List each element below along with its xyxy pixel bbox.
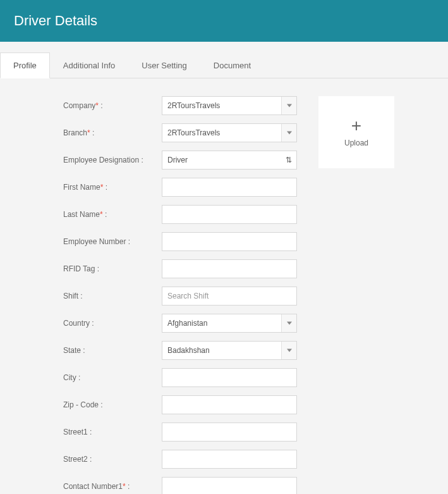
chevron-down-icon xyxy=(281,97,296,114)
chevron-down-icon xyxy=(281,124,296,142)
city-input[interactable] xyxy=(162,368,297,387)
zip-code-input[interactable] xyxy=(162,395,297,414)
plus-icon: + xyxy=(351,117,361,135)
state-label: State : xyxy=(63,346,162,355)
branch-label: Branch* : xyxy=(63,128,162,137)
rfid-tag-label: RFID Tag : xyxy=(63,264,162,273)
last-name-input[interactable] xyxy=(162,205,297,224)
contact-number1-input[interactable] xyxy=(162,477,297,494)
state-select-value: Badakhshan xyxy=(167,346,281,355)
street1-label: Street1 : xyxy=(63,428,162,436)
tabs-bar: Profile Additional Info User Setting Doc… xyxy=(0,42,448,78)
street1-input[interactable] xyxy=(162,423,297,442)
tab-document[interactable]: Document xyxy=(200,52,264,78)
first-name-input[interactable] xyxy=(162,178,297,197)
state-select[interactable]: Badakhshan xyxy=(162,341,297,360)
content-area: Company* : 2RToursTravels Branch* : 2RTo… xyxy=(0,78,448,494)
shift-input[interactable] xyxy=(162,287,297,306)
chevron-down-icon xyxy=(281,342,296,359)
upload-photo-button[interactable]: + Upload xyxy=(318,96,394,168)
rfid-tag-input[interactable] xyxy=(162,259,297,278)
country-select-value: Afghanistan xyxy=(167,319,281,328)
chevron-down-icon xyxy=(281,314,296,332)
city-label: City : xyxy=(63,373,162,382)
street2-label: Street2 : xyxy=(63,455,162,464)
country-label: Country : xyxy=(63,319,162,328)
tab-additional-info[interactable]: Additional Info xyxy=(50,52,128,78)
branch-select[interactable]: 2RToursTravels xyxy=(162,123,297,142)
employee-designation-select[interactable]: Driver xyxy=(162,151,297,170)
tab-user-setting[interactable]: User Setting xyxy=(128,52,200,78)
zip-code-label: Zip - Code : xyxy=(63,400,162,409)
employee-number-input[interactable] xyxy=(162,232,297,251)
company-select-value: 2RToursTravels xyxy=(167,101,281,110)
profile-form: Company* : 2RToursTravels Branch* : 2RTo… xyxy=(11,96,297,494)
page-header: Driver Details xyxy=(0,0,448,42)
upload-label: Upload xyxy=(344,139,368,147)
page-title: Driver Details xyxy=(14,13,97,28)
company-label: Company* : xyxy=(63,101,162,110)
last-name-label: Last Name* : xyxy=(63,210,162,219)
company-select[interactable]: 2RToursTravels xyxy=(162,96,297,115)
tab-profile[interactable]: Profile xyxy=(0,52,50,78)
first-name-label: First Name* : xyxy=(63,183,162,192)
branch-select-value: 2RToursTravels xyxy=(167,128,281,137)
shift-label: Shift : xyxy=(63,292,162,300)
employee-number-label: Employee Number : xyxy=(63,237,162,246)
employee-designation-label: Employee Designation : xyxy=(63,156,162,164)
country-select[interactable]: Afghanistan xyxy=(162,314,297,333)
street2-input[interactable] xyxy=(162,450,297,469)
contact-number1-label: Contact Number1* : xyxy=(63,482,162,491)
